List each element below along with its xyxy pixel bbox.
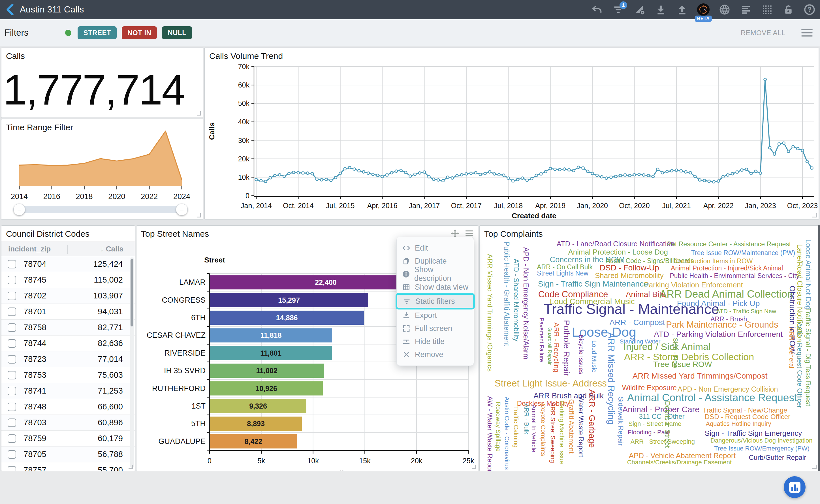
cloud-word[interactable]: Parking Violation Enforcement xyxy=(644,281,743,289)
add-chart-fab-button[interactable] xyxy=(784,476,806,498)
cloud-word[interactable]: Guardrail Repair xyxy=(547,327,552,365)
table-row-78702[interactable]: 78702 103,907 xyxy=(1,288,135,304)
cloud-word[interactable]: Curb/Gutter Repair xyxy=(749,454,806,461)
row-checkbox[interactable] xyxy=(8,434,16,443)
cloud-word[interactable]: APD - Vehicle Abatement Report xyxy=(629,452,736,459)
row-checkbox[interactable] xyxy=(8,418,16,427)
row-checkbox[interactable] xyxy=(8,387,16,395)
cloud-word[interactable]: Sign - New xyxy=(672,338,678,368)
table-row-78704[interactable]: 78704 125,424 xyxy=(1,256,135,272)
cloud-word[interactable]: Construction Items in ROW xyxy=(674,258,753,264)
cloud-word[interactable]: Loose Animal Not Dog xyxy=(805,239,812,310)
row-checkbox[interactable] xyxy=(8,276,16,284)
table-row-78753[interactable]: 78753 75,603 xyxy=(1,367,135,383)
cloud-word[interactable]: Animal Control - Assistance Request xyxy=(627,392,797,403)
cloud-word[interactable]: ARR Missed Yard Trimmings/Compost xyxy=(633,372,768,380)
help-icon[interactable]: ? xyxy=(803,3,816,16)
menu-item-hide-title[interactable]: Hide title xyxy=(397,335,474,348)
row-checkbox[interactable] xyxy=(8,466,16,471)
row-checkbox[interactable] xyxy=(8,323,16,332)
cloud-word[interactable]: Pavement Failure xyxy=(539,318,544,362)
table-scrollbar-thumb[interactable] xyxy=(131,259,133,326)
cloud-word[interactable]: Coyote Complaints xyxy=(540,403,546,456)
cloud-word[interactable]: Park Maintenance - Grounds xyxy=(666,320,778,329)
cloud-word[interactable]: Traffic Signal - Maintenance xyxy=(544,302,719,316)
cloud-word[interactable]: Traffic Calming xyxy=(513,406,519,448)
resize-handle[interactable] xyxy=(812,465,817,469)
row-checkbox[interactable] xyxy=(8,450,16,459)
table-row-78758[interactable]: 78758 82,771 xyxy=(1,320,135,336)
menu-item-show-description[interactable]: Show description xyxy=(397,268,474,281)
row-checkbox[interactable] xyxy=(8,339,16,348)
resize-handle[interactable] xyxy=(812,213,817,217)
cloud-word[interactable]: Parking Machine Issue xyxy=(559,401,565,464)
resize-handle[interactable] xyxy=(197,111,201,116)
upload-icon[interactable] xyxy=(676,3,689,16)
cloud-word[interactable]: Animal In Vehicle xyxy=(531,405,537,452)
cloud-word[interactable]: DSD - Follow-Up xyxy=(600,264,659,272)
row-checkbox[interactable] xyxy=(8,292,16,300)
chart-settings-icon[interactable] xyxy=(633,3,646,16)
download-icon[interactable] xyxy=(654,3,667,16)
row-checkbox[interactable] xyxy=(8,355,16,364)
remove-all-button[interactable]: REMOVE ALL xyxy=(741,29,785,37)
cloud-word[interactable]: ARR Missed Yard Trimmings /Organics xyxy=(486,254,493,371)
column-header-calls[interactable]: ↓ Calls xyxy=(100,245,123,253)
cloud-word[interactable]: Bicycle Issues xyxy=(578,335,584,374)
resize-handle[interactable] xyxy=(197,213,201,217)
cloud-word[interactable]: ATD - Traffic Sign New xyxy=(716,308,776,314)
globe-icon[interactable] xyxy=(718,3,731,16)
cloud-word[interactable]: Street Light Issue- Address xyxy=(495,379,607,388)
cloud-word[interactable]: Public Health - Environmental Services -… xyxy=(670,273,800,279)
cloud-word[interactable]: Aquatics Hotline Inquiry xyxy=(706,421,771,427)
menu-item-static-filters[interactable]: Static filters xyxy=(397,295,473,308)
cloud-word[interactable]: Street Lights New xyxy=(537,270,588,277)
grid-dots-icon[interactable] xyxy=(761,3,774,16)
resize-handle[interactable] xyxy=(129,465,133,469)
cloud-word[interactable]: ARR - Bulk xyxy=(523,403,529,434)
ai-icon[interactable]: AI BETA xyxy=(697,3,710,16)
back-button[interactable] xyxy=(0,0,20,19)
row-checkbox[interactable] xyxy=(8,403,16,411)
cloud-word[interactable]: Traffic Signal - Dig Tess Request xyxy=(805,308,812,406)
table-row-78757[interactable]: 78757 55,700 xyxy=(1,462,135,471)
cloud-word[interactable]: Dangerous/Vicious Dog Investigation xyxy=(710,437,812,444)
cloud-word[interactable]: Graffiti Abatement xyxy=(568,399,575,454)
table-row-78745[interactable]: 78745 115,002 xyxy=(1,272,135,288)
cloud-word[interactable]: Austin Code - Coronavirus xyxy=(504,397,510,470)
cloud-word[interactable]: Debris in Street xyxy=(664,401,671,448)
cloud-word[interactable]: ARR - Recycling xyxy=(553,323,560,372)
table-row-78744[interactable]: 78744 82,636 xyxy=(1,336,135,351)
row-checkbox[interactable] xyxy=(8,260,16,268)
menu-item-show-data-view[interactable]: Show data view xyxy=(397,281,474,294)
table-row-78705[interactable]: 78705 56,788 xyxy=(1,447,135,462)
cloud-word[interactable]: ARR - Street Sweeping xyxy=(631,439,695,445)
cloud-word[interactable]: Tree Issue ROW xyxy=(653,360,712,368)
cloud-word[interactable]: ATD - Lane/Road Closure Notification xyxy=(557,240,674,247)
menu-item-full-screen[interactable]: Full screen xyxy=(397,322,474,335)
lock-icon[interactable] xyxy=(782,3,795,16)
menu-item-edit[interactable]: Edit xyxy=(397,242,474,255)
cloud-word[interactable]: ACD - Request Code Officer xyxy=(796,323,803,408)
cloud-word[interactable]: Flooding - Past xyxy=(628,429,670,435)
slider-handle-left[interactable] xyxy=(13,204,25,215)
cloud-word[interactable]: Loud Music xyxy=(591,340,597,372)
row-checkbox[interactable] xyxy=(8,307,16,316)
table-row-78741[interactable]: 78741 71,253 xyxy=(1,383,135,399)
page-scrollbar-thumb[interactable] xyxy=(818,225,820,471)
time-range-slider[interactable] xyxy=(17,206,184,213)
cloud-word[interactable]: ARR - General xyxy=(788,327,795,368)
cloud-word[interactable]: Public Health - Graffiti Abatement xyxy=(503,242,510,346)
cloud-word[interactable]: Tree Issue ROW/Maintenance (PW) xyxy=(691,250,795,256)
cloud-word[interactable]: ARR Missed Recycling xyxy=(607,332,616,424)
cloud-word[interactable]: ARR Dead Animal Collection xyxy=(660,289,793,299)
align-lines-icon[interactable] xyxy=(739,3,752,16)
cloud-word[interactable]: DSD - Request Code Officer xyxy=(705,413,790,420)
cloud-word[interactable]: Shared Micromobility xyxy=(595,272,664,279)
table-row-78703[interactable]: 78703 60,896 xyxy=(1,415,135,431)
cloud-word[interactable]: Injured / Sick Animal xyxy=(623,342,711,351)
table-row-78723[interactable]: 78723 77,014 xyxy=(1,351,135,367)
row-checkbox[interactable] xyxy=(8,371,16,379)
cloud-word[interactable]: ARR - Garbage xyxy=(588,389,596,448)
cloud-word[interactable]: ATD - Parking Violation Enforcement xyxy=(654,330,783,338)
